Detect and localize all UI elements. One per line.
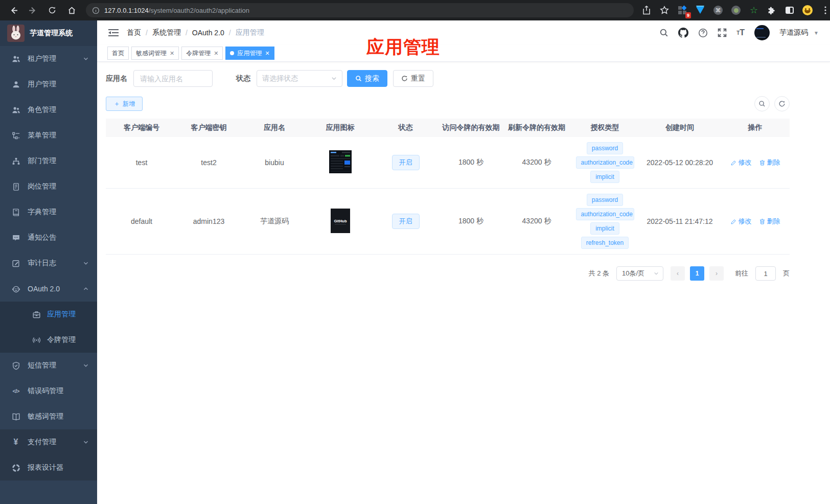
toggle-search-button[interactable] [754, 96, 770, 111]
breadcrumb-item[interactable]: OAuth 2.0 [192, 29, 224, 37]
cell-refresh-ttl: 43200 秒 [502, 212, 571, 231]
table-toolbar: ＋ 新增 [106, 96, 790, 111]
next-page-button[interactable]: › [709, 266, 724, 281]
cell-grant-types: passwordauthorization_codeimplicit [571, 137, 639, 188]
delete-link[interactable]: 删除 [759, 217, 780, 226]
tab-token[interactable]: 令牌管理✕ [181, 47, 223, 60]
reload-icon[interactable] [45, 3, 59, 17]
extension-recorder-icon[interactable] [730, 5, 742, 16]
prev-page-button[interactable]: ‹ [671, 266, 685, 281]
sidebar-item-oauth2[interactable]: OAuth 2.0 [0, 276, 97, 302]
tab-label: 令牌管理 [186, 49, 211, 58]
page-size-select[interactable]: 10条/页 [616, 266, 663, 281]
close-icon[interactable]: ✕ [214, 50, 218, 57]
github-icon[interactable] [678, 28, 688, 38]
sidebar-item-label: 错误码管理 [28, 386, 89, 396]
cell-app-icon [309, 145, 372, 180]
app-logo-row[interactable]: 芋道管理系统 [0, 20, 97, 46]
sidebar-item-oauth2-token[interactable]: 令牌管理 [0, 327, 97, 353]
breadcrumb-separator: / [146, 29, 148, 37]
applications-table: 客户端编号客户端密钥应用名应用图标状态访问令牌的有效期刷新令牌的有效期授权类型创… [106, 119, 790, 255]
close-icon[interactable]: ✕ [170, 50, 174, 57]
current-page-button[interactable]: 1 [690, 266, 704, 281]
sidebar-item-role[interactable]: 角色管理 [0, 97, 97, 123]
sidebar: 芋道管理系统 租户管理用户管理角色管理菜单管理部门管理岗位管理字典管理通知公告审… [0, 20, 97, 504]
breadcrumb-item[interactable]: 系统管理 [152, 28, 181, 37]
forward-icon[interactable] [26, 3, 40, 17]
site-info-icon[interactable] [92, 7, 100, 14]
sidebar-item-user[interactable]: 用户管理 [0, 72, 97, 97]
extension-gem-icon[interactable] [695, 5, 706, 16]
sidebar-item-sms[interactable]: 短信管理 [0, 353, 97, 378]
sidebar-item-dict[interactable]: 字典管理 [0, 199, 97, 225]
font-size-icon[interactable]: TT [736, 28, 745, 37]
plus-icon: ＋ [113, 99, 120, 108]
chevron-down-icon [654, 271, 659, 276]
search-button[interactable]: 搜索 [347, 70, 387, 87]
sidebar-item-label: 菜单管理 [28, 131, 89, 140]
user-menu-caret-icon[interactable]: ▼ [814, 30, 819, 36]
sidebar-item-pay[interactable]: ¥支付管理 [0, 429, 97, 455]
cell-app-name: 芋道源码 [240, 212, 309, 231]
close-icon[interactable]: ✕ [265, 50, 269, 57]
extensions-puzzle-icon[interactable] [766, 5, 777, 16]
help-icon[interactable] [698, 28, 708, 38]
sidebar-item-dept[interactable]: 部门管理 [0, 148, 97, 174]
tab-home[interactable]: 首页 [107, 47, 129, 60]
fullscreen-icon[interactable] [718, 28, 727, 37]
extension-star-icon[interactable]: ☆ [748, 5, 759, 16]
sidebar-item-audit[interactable]: 审计日志 [0, 250, 97, 276]
home-icon[interactable] [64, 3, 79, 17]
sidebar-item-label: 支付管理 [28, 438, 83, 447]
sidebar-item-tenant[interactable]: 租户管理 [0, 46, 97, 72]
pagination-total: 共 2 条 [589, 269, 609, 278]
grant-type-tag: implicit [590, 171, 619, 183]
profile-avatar-icon[interactable] [802, 5, 813, 16]
robot-icon [11, 285, 20, 293]
cell-created-at: 2022-05-12 00:28:20 [639, 153, 721, 172]
side-panel-icon[interactable] [784, 5, 795, 16]
search-icon[interactable] [659, 28, 668, 37]
sidebar-item-menu[interactable]: 菜单管理 [0, 123, 97, 148]
status-select[interactable]: 请选择状态 [257, 70, 342, 87]
cell-actions: 修改删除 [721, 212, 790, 231]
column-header: 应用图标 [309, 119, 372, 137]
edit-link[interactable]: 修改 [730, 217, 752, 226]
refresh-table-button[interactable] [774, 96, 790, 111]
refresh-icon [401, 75, 408, 82]
url-bar[interactable]: 127.0.0.1:1024/system/oauth2/oauth2/appl… [86, 3, 634, 17]
app-name-input[interactable] [133, 70, 213, 87]
cell-refresh-ttl: 43200 秒 [502, 153, 571, 172]
breadcrumb-item[interactable]: 首页 [127, 28, 141, 37]
top-navbar: 首页/系统管理/OAuth 2.0/应用管理 TT 芋道源码 ▼ [97, 20, 830, 45]
bookmark-star-icon[interactable] [659, 5, 670, 16]
back-icon[interactable] [6, 3, 20, 17]
url-path: /system/oauth2/oauth2/application [149, 7, 249, 14]
sidebar-item-report[interactable]: 报表设计器 [0, 455, 97, 480]
sidebar-item-sensitive[interactable]: 敏感词管理 [0, 404, 97, 429]
edit-link[interactable]: 修改 [730, 158, 752, 167]
sidebar-item-errcode[interactable]: </>错误码管理 [0, 378, 97, 404]
username[interactable]: 芋道源码 [779, 28, 808, 37]
tab-app[interactable]: 应用管理✕ [225, 47, 274, 60]
sidebar-item-oauth2-app[interactable]: 应用管理 [0, 302, 97, 327]
column-header: 刷新令牌的有效期 [502, 119, 571, 137]
breadcrumb-separator: / [186, 29, 188, 37]
extension-tag-manager-icon[interactable]: 9 [677, 5, 688, 16]
user-avatar[interactable] [754, 25, 770, 40]
reset-button[interactable]: 重置 [393, 70, 433, 87]
tab-sensitive[interactable]: 敏感词管理✕ [131, 47, 179, 60]
sidebar-item-notice[interactable]: 通知公告 [0, 225, 97, 250]
sidebar-item-post[interactable]: 岗位管理 [0, 174, 97, 199]
delete-link[interactable]: 删除 [759, 158, 780, 167]
column-header: 创建时间 [639, 119, 721, 137]
extension-command-icon[interactable]: ⌘ [712, 5, 724, 16]
column-header: 状态 [372, 119, 440, 137]
book-icon [11, 413, 20, 421]
share-icon[interactable] [641, 5, 652, 16]
sidebar-item-label: 通知公告 [28, 233, 89, 242]
goto-page-input[interactable] [755, 266, 776, 281]
collapse-sidebar-icon[interactable] [108, 28, 119, 37]
chrome-menu-icon[interactable] [820, 5, 830, 16]
add-button[interactable]: ＋ 新增 [106, 97, 143, 111]
